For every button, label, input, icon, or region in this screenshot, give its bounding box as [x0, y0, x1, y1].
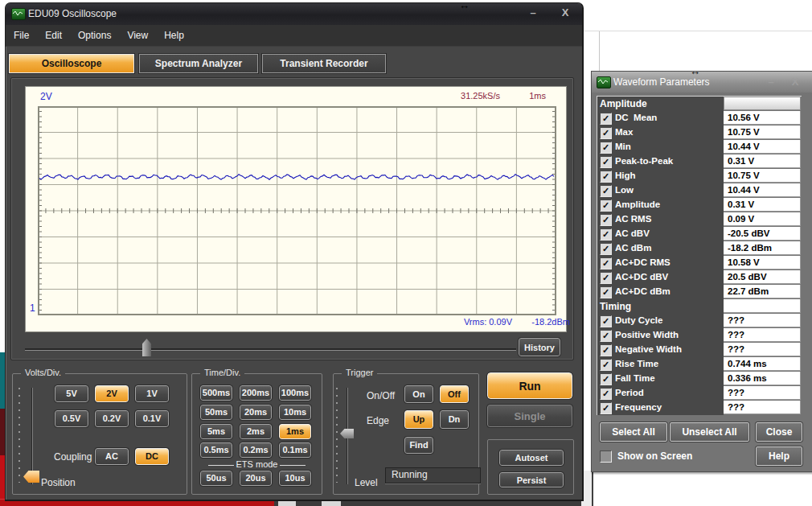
- coupling-button-ac[interactable]: AC: [95, 448, 129, 465]
- volts-div-button-2v[interactable]: 2V: [95, 385, 129, 402]
- position-slider-track[interactable]: [31, 388, 33, 484]
- param-checkbox-min[interactable]: ✓: [600, 142, 612, 154]
- position-slider-ticks: [18, 388, 20, 483]
- param-name-period: Period: [615, 388, 644, 397]
- trigger-find-button[interactable]: Find: [404, 437, 433, 454]
- menu-view[interactable]: View: [119, 25, 156, 41]
- param-value-period: ???: [724, 386, 801, 400]
- help-button[interactable]: Help: [756, 446, 802, 466]
- volts-div-button-0-1v[interactable]: 0.1V: [135, 410, 169, 427]
- param-checkbox-duty-cycle[interactable]: ✓: [600, 315, 612, 327]
- param-label-cell-peak-to-peak: ✓Peak-to-Peak: [597, 154, 724, 169]
- trigger-off-button[interactable]: Off: [440, 385, 469, 403]
- param-checkbox-positive-width[interactable]: ✓: [600, 330, 612, 342]
- time-div-button-1ms[interactable]: 1ms: [279, 424, 311, 439]
- param-checkbox-ac-dc-dbv[interactable]: ✓: [600, 272, 612, 284]
- param-checkbox-period[interactable]: ✓: [600, 388, 612, 400]
- time-div-button-200ms[interactable]: 200ms: [240, 385, 272, 401]
- param-checkbox-fall-time[interactable]: ✓: [600, 373, 612, 385]
- ets-button-20us[interactable]: 20us: [240, 471, 272, 486]
- param-name-positive-width: Positive Width: [615, 330, 679, 339]
- menu-edit[interactable]: Edit: [37, 25, 70, 41]
- menu-options[interactable]: Options: [70, 25, 119, 41]
- volts-div-button-0-5v[interactable]: 0.5V: [55, 410, 88, 427]
- trigger-title: Trigger: [342, 368, 377, 377]
- ets-button-10us[interactable]: 10us: [279, 471, 311, 486]
- single-button[interactable]: Single: [487, 405, 572, 427]
- param-row-ac-dc-dbv: ✓AC+DC dBV20.5 dBV: [597, 270, 802, 285]
- menu-file[interactable]: File: [6, 25, 37, 41]
- tab-oscilloscope[interactable]: Oscilloscope: [9, 54, 134, 73]
- params-titlebar[interactable]: Waveform Parameters – X: [592, 72, 812, 93]
- params-minimize-button[interactable]: –: [762, 76, 780, 88]
- menu-help[interactable]: Help: [156, 25, 192, 41]
- param-checkbox-amplitude[interactable]: ✓: [600, 200, 612, 212]
- param-checkbox-frequency[interactable]: ✓: [600, 402, 612, 414]
- autoset-button[interactable]: Autoset: [499, 450, 564, 466]
- param-checkbox-ac-dc-dbm[interactable]: ✓: [600, 286, 612, 298]
- minimize-button[interactable]: –: [524, 6, 542, 19]
- param-checkbox-high[interactable]: ✓: [600, 171, 612, 183]
- param-name-ac-rms: AC RMS: [615, 214, 651, 224]
- close-button-params[interactable]: Close: [756, 422, 802, 442]
- tab-spectrum-analyzer[interactable]: Spectrum Analyzer: [139, 54, 258, 73]
- param-checkbox-peak-to-peak[interactable]: ✓: [600, 156, 612, 168]
- volts-div-button-0-2v[interactable]: 0.2V: [95, 410, 129, 427]
- param-name-low: Low: [615, 185, 634, 195]
- params-close-icon[interactable]: X: [786, 76, 804, 88]
- history-button[interactable]: History: [519, 338, 560, 356]
- params-app-icon: [597, 76, 611, 88]
- section-header-amplitude: Amplitude: [600, 98, 647, 109]
- param-name-duty-cycle: Duty Cycle: [615, 315, 662, 325]
- trigger-status-box: Running: [385, 467, 481, 483]
- param-checkbox-dc-mean[interactable]: ✓: [600, 113, 612, 125]
- volts-div-button-5v[interactable]: 5V: [55, 385, 88, 402]
- unselect-all-button[interactable]: Unselect All: [670, 422, 749, 442]
- run-button[interactable]: Run: [487, 372, 572, 399]
- params-table: Amplitude✓DC Mean10.56 V✓Max10.75 V✓Min1…: [597, 96, 802, 415]
- param-name-ac-dbv: AC dBV: [615, 228, 650, 238]
- param-checkbox-negative-width[interactable]: ✓: [600, 344, 612, 356]
- volts-div-button-1v[interactable]: 1V: [135, 385, 169, 402]
- time-div-button-5ms[interactable]: 5ms: [200, 424, 232, 439]
- close-button[interactable]: X: [556, 6, 574, 19]
- show-on-screen-checkbox[interactable]: [600, 450, 612, 463]
- time-div-button-20ms[interactable]: 20ms: [240, 405, 272, 420]
- param-checkbox-low[interactable]: ✓: [600, 185, 612, 197]
- vrms-readout: Vrms: 0.09V: [428, 317, 512, 327]
- channel-volts-label: 2V: [40, 91, 52, 102]
- trigger-edge-up-button[interactable]: Up: [404, 410, 433, 429]
- param-label-cell-negative-width: ✓Negative Width: [597, 343, 724, 357]
- time-div-button-0-2ms[interactable]: 0.2ms: [240, 442, 272, 458]
- time-div-button-10ms[interactable]: 10ms: [279, 405, 311, 420]
- time-div-button-50ms[interactable]: 50ms: [200, 405, 232, 420]
- param-checkbox-rise-time[interactable]: ✓: [600, 359, 612, 371]
- trigger-on-button[interactable]: On: [404, 385, 433, 403]
- param-label-cell-max: ✓Max: [597, 125, 724, 140]
- ets-button-50us[interactable]: 50us: [200, 471, 232, 486]
- time-div-button-0-1ms[interactable]: 0.1ms: [279, 442, 311, 458]
- param-label-cell-ac-dc-dbv: ✓AC+DC dBV: [597, 270, 724, 285]
- param-checkbox-ac-dbv[interactable]: ✓: [600, 228, 612, 241]
- time-div-button-2ms[interactable]: 2ms: [240, 424, 272, 439]
- param-checkbox-max[interactable]: ✓: [600, 127, 612, 139]
- param-value-timing: [724, 299, 801, 313]
- time-div-button-0-5ms[interactable]: 0.5ms: [200, 442, 232, 458]
- param-value-ac-dc-rms: 10.58 V: [724, 256, 801, 269]
- time-div-button-100ms[interactable]: 100ms: [279, 385, 311, 401]
- param-checkbox-ac-dc-rms[interactable]: ✓: [600, 257, 612, 269]
- param-checkbox-ac-rms[interactable]: ✓: [600, 214, 612, 226]
- param-checkbox-ac-dbm[interactable]: ✓: [600, 243, 612, 255]
- param-label-cell-rise-time: ✓Rise Time: [597, 357, 724, 372]
- param-value-frequency: ???: [724, 401, 801, 414]
- persist-button[interactable]: Persist: [499, 472, 564, 487]
- param-row-duty-cycle: ✓Duty Cycle???: [597, 314, 802, 328]
- horizontal-position-slider-track[interactable]: [25, 348, 516, 351]
- main-titlebar[interactable]: EDU09 Oscilloscope – X: [6, 3, 582, 25]
- coupling-button-dc[interactable]: DC: [135, 448, 169, 465]
- select-all-button[interactable]: Select All: [600, 422, 667, 442]
- time-div-button-500ms[interactable]: 500ms: [200, 385, 232, 401]
- time-div-title: Time/Div.: [200, 368, 244, 377]
- trigger-edge-dn-button[interactable]: Dn: [440, 410, 469, 429]
- tab-transient-recorder[interactable]: Transient Recorder: [262, 54, 386, 73]
